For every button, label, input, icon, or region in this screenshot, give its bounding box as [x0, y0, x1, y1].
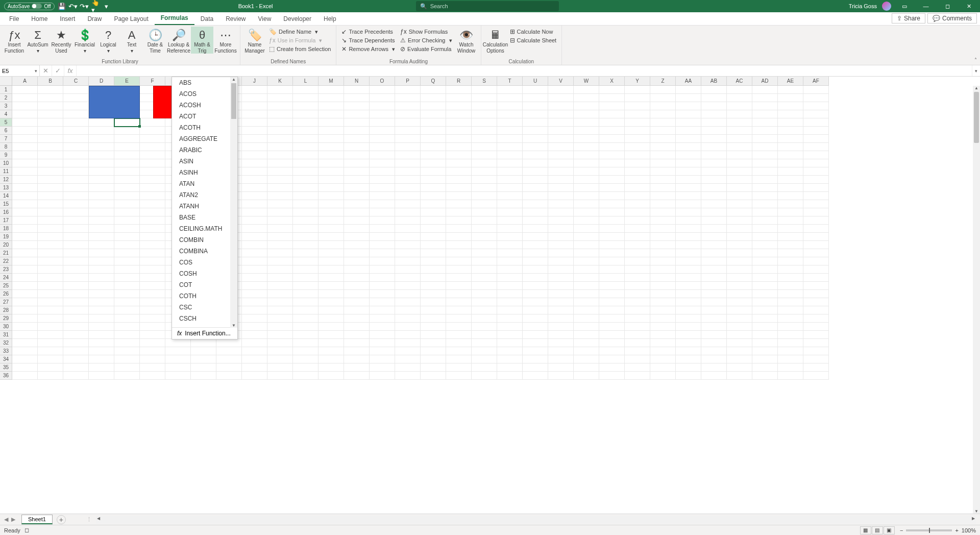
cell[interactable]: [523, 94, 548, 102]
cell[interactable]: [472, 372, 497, 380]
create-from-selection-button[interactable]: ⬚Create from Selection: [267, 45, 333, 53]
cell[interactable]: [650, 372, 676, 380]
sheet-nav-next-icon[interactable]: ▶: [10, 516, 16, 523]
financial-button[interactable]: 💲Financial▾: [74, 27, 96, 54]
cell[interactable]: [140, 216, 165, 225]
cell[interactable]: [676, 176, 701, 184]
cell[interactable]: [548, 372, 574, 380]
cell[interactable]: [38, 241, 63, 249]
cell[interactable]: [625, 94, 650, 102]
cell[interactable]: [293, 208, 318, 216]
cell[interactable]: [752, 184, 778, 192]
cell[interactable]: [778, 102, 803, 110]
cell[interactable]: [242, 167, 267, 176]
cell[interactable]: [63, 290, 89, 298]
cell[interactable]: [752, 323, 778, 331]
cell[interactable]: [778, 151, 803, 159]
cell[interactable]: [12, 265, 38, 274]
cell[interactable]: [803, 314, 829, 323]
cell[interactable]: [38, 372, 63, 380]
tab-help[interactable]: Help: [317, 13, 342, 25]
cell[interactable]: [63, 94, 89, 102]
cell[interactable]: [114, 143, 140, 151]
cell[interactable]: [370, 102, 395, 110]
cell[interactable]: [548, 94, 574, 102]
cell[interactable]: [599, 135, 625, 143]
cell[interactable]: [12, 110, 38, 118]
cell[interactable]: [344, 192, 370, 200]
cell[interactable]: [267, 192, 293, 200]
close-icon[interactable]: ✕: [961, 1, 977, 12]
cell[interactable]: [318, 347, 344, 355]
cell[interactable]: [523, 290, 548, 298]
cell[interactable]: [216, 339, 242, 347]
cell[interactable]: [267, 216, 293, 225]
cell[interactable]: [497, 274, 523, 282]
cell[interactable]: [395, 159, 421, 167]
cell[interactable]: [114, 192, 140, 200]
cell[interactable]: [599, 355, 625, 363]
cell[interactable]: [574, 241, 599, 249]
cell[interactable]: [446, 167, 472, 176]
cell[interactable]: [370, 216, 395, 225]
row-header[interactable]: 30: [0, 323, 12, 331]
cell[interactable]: [446, 200, 472, 208]
cell[interactable]: [140, 167, 165, 176]
cell[interactable]: [701, 265, 727, 274]
cell[interactable]: [191, 363, 216, 372]
cell[interactable]: [803, 257, 829, 265]
cell[interactable]: [650, 143, 676, 151]
cell[interactable]: [752, 143, 778, 151]
cell[interactable]: [778, 127, 803, 135]
cell[interactable]: [421, 323, 446, 331]
cell[interactable]: [89, 323, 114, 331]
cell[interactable]: [446, 249, 472, 257]
cell[interactable]: [318, 306, 344, 314]
cell[interactable]: [140, 208, 165, 216]
cell[interactable]: [599, 225, 625, 233]
cell[interactable]: [12, 314, 38, 323]
cell[interactable]: [267, 339, 293, 347]
cell[interactable]: [574, 233, 599, 241]
cell[interactable]: [599, 208, 625, 216]
cell[interactable]: [446, 355, 472, 363]
cell[interactable]: [676, 249, 701, 257]
cell[interactable]: [344, 241, 370, 249]
cell[interactable]: [344, 200, 370, 208]
cell[interactable]: [370, 298, 395, 306]
cell[interactable]: [752, 233, 778, 241]
cell[interactable]: [318, 363, 344, 372]
date-time-button[interactable]: 🕒Date & Time: [144, 27, 166, 54]
cell[interactable]: [395, 176, 421, 184]
cell[interactable]: [625, 306, 650, 314]
cell[interactable]: [395, 331, 421, 339]
row-header[interactable]: 29: [0, 314, 12, 323]
row-header[interactable]: 1: [0, 86, 12, 94]
cell[interactable]: [165, 339, 191, 347]
cell[interactable]: [293, 282, 318, 290]
cell[interactable]: [446, 306, 472, 314]
cell[interactable]: [344, 339, 370, 347]
cell[interactable]: [293, 372, 318, 380]
function-item[interactable]: COMBINA: [172, 246, 230, 257]
cell[interactable]: [114, 363, 140, 372]
cell[interactable]: [548, 127, 574, 135]
cell[interactable]: [650, 249, 676, 257]
cell[interactable]: [778, 323, 803, 331]
cell[interactable]: [38, 233, 63, 241]
cell[interactable]: [446, 265, 472, 274]
cell[interactable]: [318, 135, 344, 143]
cell[interactable]: [318, 331, 344, 339]
cell[interactable]: [701, 192, 727, 200]
cell[interactable]: [89, 151, 114, 159]
cell[interactable]: [318, 118, 344, 127]
cell[interactable]: [12, 323, 38, 331]
cell[interactable]: [38, 265, 63, 274]
cell[interactable]: [421, 372, 446, 380]
cell[interactable]: [574, 355, 599, 363]
cell[interactable]: [318, 257, 344, 265]
cell[interactable]: [63, 282, 89, 290]
cell[interactable]: [242, 176, 267, 184]
cell[interactable]: [12, 102, 38, 110]
cell[interactable]: [650, 192, 676, 200]
